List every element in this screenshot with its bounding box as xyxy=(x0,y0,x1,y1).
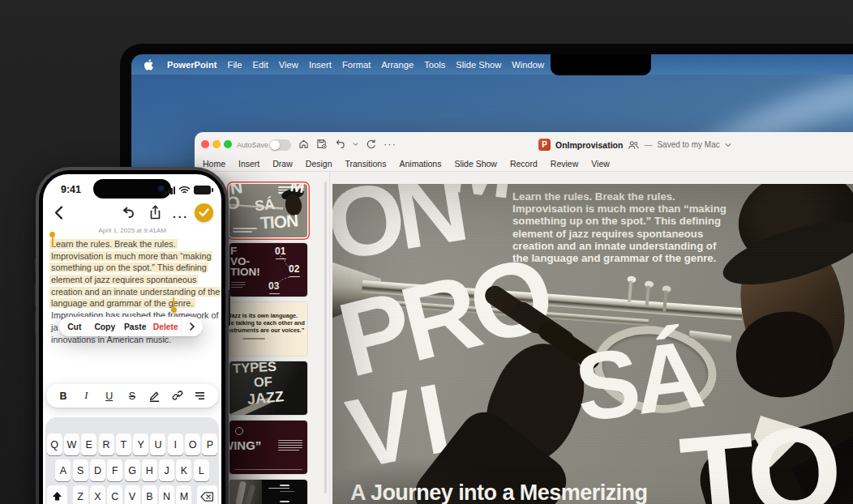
key-o[interactable]: O xyxy=(185,434,200,455)
key-n[interactable]: N xyxy=(159,485,174,504)
menu-item-tools[interactable]: Tools xyxy=(424,60,445,70)
highlighted-line: Learn the rules. Break the rules. xyxy=(49,239,178,249)
apple-logo-icon[interactable] xyxy=(144,59,154,70)
more-toolbar-icon[interactable]: ··· xyxy=(384,140,396,148)
back-button[interactable] xyxy=(54,206,63,220)
paste-menu-item[interactable]: Paste xyxy=(120,322,151,331)
menu-item-arrange[interactable]: Arrange xyxy=(381,60,414,70)
text-format-lines-icon[interactable] xyxy=(195,391,208,400)
key-d[interactable]: D xyxy=(90,459,105,481)
key-u[interactable]: U xyxy=(150,434,165,455)
done-check-button[interactable] xyxy=(195,203,213,222)
slide-thumbnail-6[interactable] xyxy=(229,480,307,504)
key-z[interactable]: Z xyxy=(73,485,88,504)
undo-icon[interactable] xyxy=(334,139,345,149)
save-status[interactable]: Saved to my Mac xyxy=(657,140,719,149)
slide-thumbnail-1-selected[interactable]: N M O SÁ TION xyxy=(229,184,307,237)
key-e[interactable]: E xyxy=(81,434,96,455)
menu-item-file[interactable]: File xyxy=(228,60,242,70)
tab-slide-show[interactable]: Slide Show xyxy=(454,159,497,169)
undo-button[interactable] xyxy=(121,207,135,219)
selection-start-handle[interactable] xyxy=(49,232,55,237)
selection-end-handle[interactable] xyxy=(171,307,177,313)
key-i[interactable]: I xyxy=(168,434,183,455)
tab-animations[interactable]: Animations xyxy=(399,159,441,169)
thumb4-title-line: JAZZ xyxy=(246,391,284,405)
more-options-button[interactable]: ··· xyxy=(173,211,189,224)
strikethrough-button[interactable]: S xyxy=(126,391,139,402)
slide-thumbnail-2[interactable]: F VO- TION! 01 02 03 xyxy=(229,243,307,297)
key-c[interactable]: C xyxy=(107,485,122,504)
slide-thumbnail-5[interactable]: WING” xyxy=(229,421,307,474)
cut-menu-item[interactable]: Cut xyxy=(59,322,90,331)
redo-icon[interactable] xyxy=(366,139,376,149)
highlighter-pen-icon[interactable] xyxy=(148,390,161,402)
key-y[interactable]: Y xyxy=(133,434,148,455)
slide-thumbnail-4[interactable]: TYPES OF JAZZ xyxy=(229,361,307,415)
key-f[interactable]: F xyxy=(107,459,122,481)
shift-key[interactable] xyxy=(47,485,67,504)
wifi-icon xyxy=(178,186,191,194)
key-w[interactable]: W xyxy=(64,434,79,455)
key-q[interactable]: Q xyxy=(47,434,62,455)
menu-item-view[interactable]: View xyxy=(279,60,298,70)
tab-design[interactable]: Design xyxy=(306,159,332,169)
save-icon[interactable] xyxy=(316,139,327,149)
slide-footer-text[interactable]: A Journey into a Mesmerizing xyxy=(350,481,647,504)
bold-button[interactable]: B xyxy=(57,391,70,402)
key-b[interactable]: B xyxy=(142,485,157,504)
key-l[interactable]: L xyxy=(194,459,209,481)
undo-dropdown-chevron-icon[interactable] xyxy=(353,142,358,147)
key-a[interactable]: A xyxy=(55,459,71,481)
thumb2-number: 03 xyxy=(268,283,279,291)
close-window-button[interactable] xyxy=(201,140,209,148)
key-j[interactable]: J xyxy=(159,459,174,481)
key-r[interactable]: R xyxy=(99,434,114,455)
key-h[interactable]: H xyxy=(142,459,157,481)
macbook-notch xyxy=(551,54,651,75)
menu-more-chevron-icon[interactable] xyxy=(181,317,203,336)
key-g[interactable]: G xyxy=(125,459,140,481)
save-status-chevron-icon[interactable] xyxy=(725,143,731,147)
key-k[interactable]: K xyxy=(176,459,191,481)
italic-button[interactable]: I xyxy=(79,390,92,402)
tab-view[interactable]: View xyxy=(591,159,610,169)
key-v[interactable]: V xyxy=(125,485,140,504)
home-icon[interactable] xyxy=(298,139,309,149)
menu-item-window[interactable]: Window xyxy=(512,60,544,70)
link-icon[interactable] xyxy=(172,390,185,402)
thumbnail-scrollbar[interactable] xyxy=(324,182,327,493)
key-t[interactable]: T xyxy=(116,434,131,455)
key-x[interactable]: X xyxy=(90,485,105,504)
selection-start-bar[interactable] xyxy=(52,237,54,247)
thumb1-letter: M xyxy=(289,184,306,194)
menu-item-insert[interactable]: Insert xyxy=(309,60,332,70)
menu-item-slide-show[interactable]: Slide Show xyxy=(456,60,501,70)
menu-item-app[interactable]: PowerPoint xyxy=(167,60,217,70)
minimize-window-button[interactable] xyxy=(212,140,221,148)
delete-menu-item[interactable]: Delete xyxy=(151,322,182,331)
highlighted-line: something up on the spot.” This defining xyxy=(49,263,208,272)
menu-item-edit[interactable]: Edit xyxy=(253,60,268,70)
thumb1-caption-line xyxy=(233,231,252,233)
autosave-toggle[interactable] xyxy=(269,139,291,151)
tab-draw[interactable]: Draw xyxy=(272,159,293,169)
collaborators-icon[interactable] xyxy=(628,140,639,150)
key-m[interactable]: M xyxy=(176,485,191,504)
menu-item-format[interactable]: Format xyxy=(342,60,371,70)
tab-record[interactable]: Record xyxy=(510,159,538,169)
underline-button[interactable]: U xyxy=(103,391,116,402)
selection-end-bar[interactable] xyxy=(173,297,174,307)
copy-menu-item[interactable]: Copy xyxy=(90,322,121,331)
key-p[interactable]: P xyxy=(202,434,217,455)
slide-body-text[interactable]: Learn the rules. Break the rules. Improv… xyxy=(512,190,788,264)
tab-insert[interactable]: Insert xyxy=(238,159,259,169)
zoom-window-button[interactable] xyxy=(224,140,232,148)
slide-thumbnail-3[interactable]: “Jazz is its own language. are talking t… xyxy=(229,302,307,356)
tab-review[interactable]: Review xyxy=(551,159,578,169)
backspace-key[interactable] xyxy=(197,485,217,504)
share-button[interactable] xyxy=(149,205,161,220)
key-s[interactable]: S xyxy=(73,459,88,481)
tab-transitions[interactable]: Transitions xyxy=(345,159,386,169)
slide-canvas[interactable]: ON M I PRO VI xyxy=(332,184,853,504)
